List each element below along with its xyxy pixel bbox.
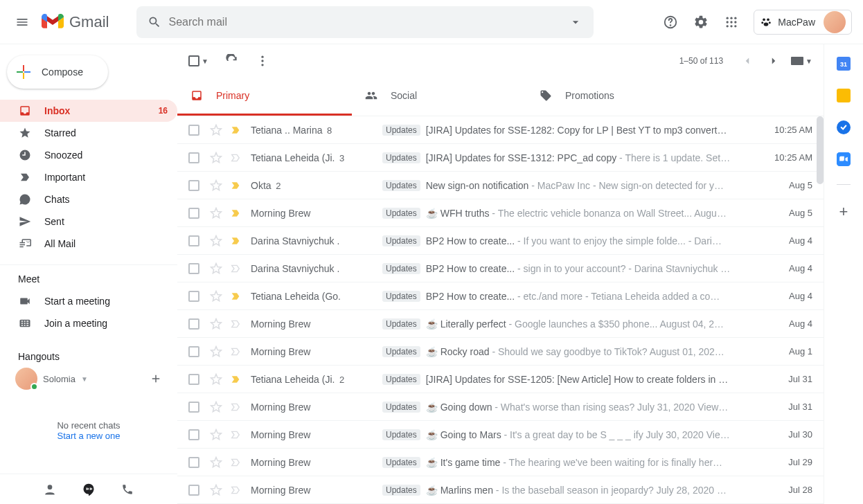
row-checkbox[interactable] bbox=[188, 152, 199, 163]
main-menu-button[interactable] bbox=[6, 6, 39, 39]
tab-promotions[interactable]: Promotions bbox=[526, 78, 701, 116]
meet-start-a-meeting[interactable]: Start a meeting bbox=[0, 290, 177, 312]
keep-addon[interactable] bbox=[837, 89, 851, 102]
email-row[interactable]: Morning Brew Updates ☕Rocky road - Shoul… bbox=[177, 338, 824, 366]
apps-button[interactable] bbox=[718, 8, 745, 36]
compose-button[interactable]: Compose bbox=[7, 55, 108, 89]
row-checkbox[interactable] bbox=[188, 125, 199, 136]
hangouts-user[interactable]: Solomia ▼ bbox=[0, 368, 177, 390]
importance-marker[interactable] bbox=[229, 291, 242, 302]
scrollbar-thumb[interactable] bbox=[817, 116, 824, 184]
more-button[interactable] bbox=[256, 54, 269, 68]
row-checkbox[interactable] bbox=[188, 208, 199, 219]
star-button[interactable] bbox=[209, 318, 223, 330]
row-checkbox[interactable] bbox=[188, 291, 199, 302]
row-checkbox[interactable] bbox=[188, 180, 199, 191]
sidebar-item-starred[interactable]: Starred bbox=[0, 122, 177, 144]
gmail-logo[interactable]: Gmail bbox=[39, 13, 130, 31]
star-button[interactable] bbox=[209, 345, 223, 358]
row-checkbox[interactable] bbox=[188, 457, 199, 468]
tab-primary[interactable]: Primary bbox=[177, 78, 352, 116]
star-button[interactable] bbox=[209, 235, 223, 247]
email-row[interactable]: Okta 2 Updates New sign-on notification … bbox=[177, 172, 824, 199]
email-row[interactable]: Tetiana Leheida (Go. Updates BP2 How to … bbox=[177, 282, 824, 310]
importance-marker[interactable] bbox=[229, 263, 242, 274]
row-checkbox[interactable] bbox=[188, 402, 199, 413]
star-button[interactable] bbox=[209, 207, 223, 219]
sidebar-item-chats[interactable]: Chats bbox=[0, 188, 177, 210]
star-button[interactable] bbox=[209, 429, 223, 441]
hangouts-add-button[interactable] bbox=[150, 372, 162, 385]
refresh-button[interactable] bbox=[225, 54, 239, 68]
select-all-checkbox[interactable]: ▼ bbox=[188, 55, 208, 66]
sidebar-item-snoozed[interactable]: Snoozed bbox=[0, 144, 177, 166]
support-button[interactable] bbox=[657, 8, 684, 36]
star-button[interactable] bbox=[209, 484, 223, 496]
hangouts-tab[interactable] bbox=[82, 483, 96, 496]
search-icon[interactable] bbox=[141, 8, 168, 36]
sidebar-item-inbox[interactable]: Inbox16 bbox=[0, 100, 177, 122]
row-checkbox[interactable] bbox=[188, 263, 199, 274]
star-button[interactable] bbox=[209, 124, 223, 136]
sidebar-item-all-mail[interactable]: All Mail bbox=[0, 233, 177, 255]
search-input[interactable] bbox=[168, 16, 562, 28]
email-summary: [JIRA] Updates for SSE-1312: PPC_ad copy… bbox=[426, 152, 757, 163]
importance-marker[interactable] bbox=[229, 457, 242, 468]
importance-marker[interactable] bbox=[229, 318, 242, 330]
star-button[interactable] bbox=[209, 290, 223, 303]
importance-marker[interactable] bbox=[229, 180, 242, 191]
row-checkbox[interactable] bbox=[188, 346, 199, 357]
email-row[interactable]: Tetiana Leheida (Ji. 2 Updates [JIRA] Up… bbox=[177, 366, 824, 393]
category-label: Updates bbox=[382, 457, 420, 468]
importance-marker[interactable] bbox=[229, 429, 242, 440]
importance-marker[interactable] bbox=[229, 485, 242, 496]
row-checkbox[interactable] bbox=[188, 318, 199, 330]
star-button[interactable] bbox=[209, 179, 223, 192]
email-row[interactable]: Morning Brew Updates ☕Marlins men - Is t… bbox=[177, 476, 824, 504]
importance-marker[interactable] bbox=[229, 346, 242, 357]
sidebar-item-important[interactable]: Important bbox=[0, 166, 177, 188]
contacts-tab[interactable] bbox=[43, 483, 57, 496]
meet-join-a-meeting[interactable]: Join a meeting bbox=[0, 312, 177, 334]
row-checkbox[interactable] bbox=[188, 235, 199, 246]
email-row[interactable]: Tetiana .. Marina 8 Updates [JIRA] Updat… bbox=[177, 116, 824, 144]
email-row[interactable]: Morning Brew Updates ☕Going down - What'… bbox=[177, 393, 824, 421]
tab-social[interactable]: Social bbox=[352, 78, 526, 116]
star-button[interactable] bbox=[209, 401, 223, 413]
start-chat-link[interactable]: Start a new one bbox=[0, 431, 177, 441]
importance-marker[interactable] bbox=[229, 152, 242, 163]
settings-button[interactable] bbox=[687, 8, 715, 36]
get-addons-button[interactable]: + bbox=[839, 203, 848, 221]
row-checkbox[interactable] bbox=[188, 374, 199, 385]
star-button[interactable] bbox=[209, 152, 223, 164]
email-row[interactable]: Darina Stavniychuk . Updates BP2 How to … bbox=[177, 227, 824, 255]
importance-marker[interactable] bbox=[229, 208, 242, 219]
email-row[interactable]: Morning Brew Updates ☕WFH truths - The e… bbox=[177, 199, 824, 227]
importance-marker[interactable] bbox=[229, 125, 242, 136]
row-checkbox[interactable] bbox=[188, 485, 199, 496]
search-options-button[interactable] bbox=[562, 15, 589, 29]
email-row[interactable]: Tetiana Leheida (Ji. 3 Updates [JIRA] Up… bbox=[177, 144, 824, 172]
prev-page-button[interactable] bbox=[734, 55, 760, 67]
next-page-button[interactable] bbox=[760, 55, 787, 67]
email-row[interactable]: Morning Brew Updates ☕Going to Mars - It… bbox=[177, 421, 824, 449]
row-checkbox[interactable] bbox=[188, 429, 199, 440]
email-row[interactable]: Morning Brew Updates ☕Literally perfect … bbox=[177, 310, 824, 338]
star-button[interactable] bbox=[209, 373, 223, 386]
importance-marker[interactable] bbox=[229, 374, 242, 385]
calendar-addon[interactable] bbox=[837, 57, 851, 71]
zoom-addon[interactable] bbox=[837, 152, 851, 166]
input-tools-button[interactable]: ▼ bbox=[791, 57, 812, 65]
tasks-addon[interactable] bbox=[837, 120, 851, 134]
email-row[interactable]: Darina Stavniychuk . Updates BP2 How to … bbox=[177, 255, 824, 282]
star-button[interactable] bbox=[209, 456, 223, 469]
org-chip[interactable]: MacPaw bbox=[754, 10, 852, 35]
email-row[interactable]: Morning Brew Updates ☕It's game time - T… bbox=[177, 449, 824, 476]
importance-marker[interactable] bbox=[229, 235, 242, 246]
importance-marker[interactable] bbox=[229, 402, 242, 413]
account-avatar[interactable] bbox=[824, 11, 846, 33]
phone-tab[interactable] bbox=[121, 483, 134, 496]
star-button[interactable] bbox=[209, 262, 223, 275]
search-bar[interactable] bbox=[136, 6, 594, 38]
sidebar-item-sent[interactable]: Sent bbox=[0, 210, 177, 233]
